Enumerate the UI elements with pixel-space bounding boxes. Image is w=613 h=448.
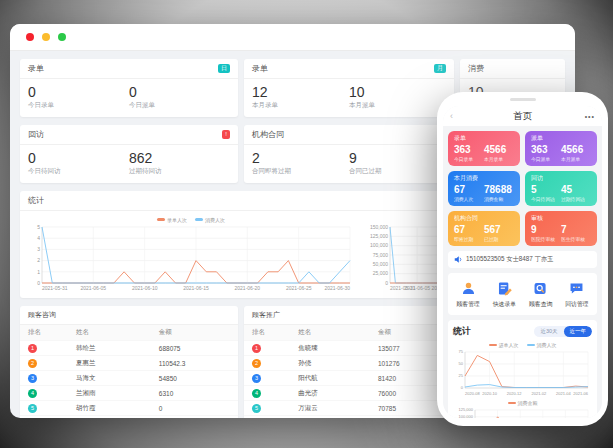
svg-text:75: 75 [459,349,464,354]
toggle-pill[interactable]: 近30天 [534,326,563,337]
svg-text:2021-06-05: 2021-06-05 [81,285,107,291]
phone-stat-label: 今日录单 [454,156,484,162]
legend-label: 消费人次 [537,342,557,348]
phone-page-title: 首页 [513,110,532,123]
phone-stat-label: 今日派单 [531,156,561,162]
zoom-window-button[interactable] [58,33,66,41]
stat-item: 10本月派单 [349,84,446,110]
phone-mockup: ‹ 首页 ••• 录单363今日录单4566本月录单派单363今日派单4566本… [437,92,608,426]
svg-text:4: 4 [37,235,40,241]
stat-value: 0 [28,150,129,166]
back-icon[interactable]: ‹ [450,111,453,121]
card-badge-icon: ! [222,130,230,139]
table-row: 6清雨荷0 [20,416,238,419]
name-cell: 胡竹霞 [68,401,151,416]
rank-badge: 1 [252,344,261,353]
legend-item[interactable]: 进单人次 [489,342,519,348]
legend-item[interactable]: 消费金额 [508,400,538,406]
stat-card-title: 机构合同 [252,129,284,140]
phone-stat-card[interactable]: 机构合同67即将过期567已过期 [448,211,520,246]
phone-stat-value: 67 [454,184,484,196]
svg-text:2021-06-05: 2021-06-05 [404,285,430,291]
phone-stat-label: 消费金额 [484,196,514,202]
phone-stat-label: 本月录单 [484,156,514,162]
phone-stat-item: 4566本月录单 [484,144,514,162]
toggle-pill[interactable]: 近一年 [564,326,593,337]
amount-cell: 110542.3 [151,356,238,371]
quick-action-item[interactable]: 顾客查询 [529,280,552,309]
phone-card-title: 审核 [531,214,591,223]
table-row: 6覃金巧60000 [244,416,454,419]
phone-stat-card[interactable]: 回访5今日待回访45过期待回访 [525,171,597,206]
quick-action-item[interactable]: 回访管理 [565,280,588,309]
stat-card: 机构合同2合同即将过期9合同已过期 [244,125,454,183]
stat-card-title: 录单 [28,63,44,74]
phone-visits-chart: 75502502020-082020-102020-122021-022021-… [453,349,592,397]
stat-card: 录单月12本月录单10本月派单 [244,59,454,117]
svg-text:1: 1 [37,269,40,275]
svg-text:150,000: 150,000 [370,224,388,230]
phone-stat-cards: 录单363今日录单4566本月录单派单363今日派单4566本月派单本月消费67… [448,131,597,246]
customer-search-icon [532,280,549,298]
svg-text:100,000: 100,000 [459,414,474,418]
column-header: 排名 [20,325,68,341]
phone-stat-label: 今日待回访 [531,196,561,202]
quick-action-label: 顾客管理 [457,300,480,309]
amount-cell: 60000 [370,416,454,419]
name-cell: 韩绘兰 [68,341,151,356]
phone-stat-label: 即将过期 [454,236,484,242]
stat-label: 本月录单 [252,101,349,110]
svg-text:2021-06: 2021-06 [573,391,588,396]
phone-header: ‹ 首页 ••• [443,106,602,126]
phone-stat-card[interactable]: 录单363今日录单4566本月录单 [448,131,520,166]
table-row: 5胡竹霞0 [20,401,238,416]
quick-action-label: 快速录单 [493,300,516,309]
column-header: 排名 [244,325,290,341]
stat-item: 0今日录单 [28,84,129,110]
phone-stat-item: 7医生待审核 [561,224,591,242]
quick-action-label: 顾客查询 [529,300,552,309]
svg-text:2021-06-15: 2021-06-15 [183,285,209,291]
phone-stat-card[interactable]: 派单363今日派单4566本月派单 [525,131,597,166]
announcement-text: 15105523505 女士8487 丁亦玉 [466,255,554,264]
quick-action-item[interactable]: 快速录单 [493,280,516,309]
table-title: 顾客咨询 [20,306,238,325]
phone-stat-value: 4566 [561,144,591,156]
phone-stat-card[interactable]: 本月消费67消费人次78688消费金额 [448,171,520,206]
legend-marker [489,344,497,347]
table-row: 1焦晓臻135077 [244,341,454,356]
stat-item: 2合同即将过期 [252,150,349,176]
name-cell: 马海文 [68,371,151,386]
amount-cell: 0 [151,401,238,416]
orders-trend-chart: 5432102021-05-312021-06-052021-06-102021… [28,224,354,292]
quick-actions: 顾客管理快速录单顾客查询回访管理 [448,273,597,315]
legend-item[interactable]: 消费人次 [527,342,557,348]
rank-badge: 4 [28,389,37,398]
quick-entry-icon [496,280,513,298]
chart-legend: 进单人次消费人次 [453,341,592,349]
ranking-table-card: 顾客推广排名姓名金额1焦晓臻1350772孙侥1012763阳代航814204曲… [244,306,454,418]
legend-item[interactable]: 录单人次 [157,217,187,223]
more-menu-icon[interactable]: ••• [585,113,595,120]
svg-text:0: 0 [461,385,464,390]
stat-card: 回访!0今日待回访862过期待回访 [20,125,238,183]
phone-stat-value: 45 [561,184,591,196]
stat-item: 0今日待回访 [28,150,129,176]
quick-action-item[interactable]: 顾客管理 [457,280,480,309]
legend-label: 消费人次 [205,217,225,223]
name-cell: 兰湘雨 [68,386,151,401]
phone-stat-card[interactable]: 审核9医院待审核7医生待审核 [525,211,597,246]
close-window-button[interactable] [26,33,34,41]
minimize-window-button[interactable] [42,33,50,41]
legend-item[interactable]: 消费人次 [195,217,225,223]
phone-stat-value: 5 [531,184,561,196]
table-row: 3阳代航81420 [244,371,454,386]
legend-marker [157,218,165,221]
phone-stat-item: 67即将过期 [454,224,484,242]
stat-label: 今日派单 [129,101,230,110]
svg-text:2020-12: 2020-12 [507,391,522,396]
svg-text:125,000: 125,000 [370,233,388,239]
announcement-bar[interactable]: 15105523505 女士8487 丁亦玉 [448,251,597,268]
column-header: 姓名 [290,325,370,341]
phone-amount-chart: 125,000100,00075,00050,00025,00002020-08… [453,407,592,418]
